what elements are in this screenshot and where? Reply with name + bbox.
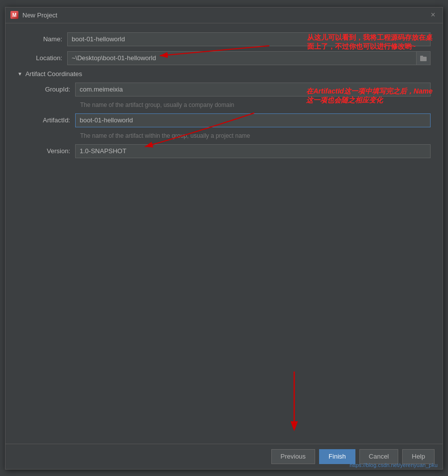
name-label: Name: [17, 35, 67, 43]
dialog-title: New Project [22, 11, 57, 19]
groupid-hint: The name of the artifact group, usually … [80, 101, 431, 108]
location-input-group [67, 51, 431, 65]
browse-button[interactable] [417, 51, 431, 65]
svg-rect-1 [420, 56, 423, 57]
name-input[interactable] [67, 32, 431, 46]
title-bar: M New Project × [5, 7, 443, 23]
title-bar-left: M New Project [10, 11, 57, 19]
artifactid-input[interactable] [75, 113, 431, 127]
version-row: Version: [25, 144, 431, 158]
svg-rect-0 [420, 57, 427, 61]
artifactid-row: ArtifactId: [25, 113, 431, 127]
location-label: Location: [17, 54, 67, 62]
section-toggle-icon[interactable]: ▼ [17, 71, 22, 77]
groupid-input[interactable] [75, 83, 431, 96]
location-row: Location: [17, 51, 431, 65]
name-row: Name: [17, 32, 431, 46]
dialog-footer: Previous Finish Cancel Help https://blog… [5, 444, 443, 469]
close-button[interactable]: × [429, 10, 438, 19]
artifact-fields: GroupId: The name of the artifact group,… [25, 83, 431, 158]
version-input[interactable] [75, 144, 431, 158]
new-project-dialog: M New Project × Name: Location: [5, 7, 443, 470]
artifactid-label: ArtifactId: [25, 116, 75, 124]
folder-icon [420, 55, 427, 61]
previous-button[interactable]: Previous [271, 449, 316, 464]
artifact-section-header: ▼ Artifact Coordinates [17, 70, 431, 78]
location-input[interactable] [67, 51, 417, 65]
app-icon: M [10, 11, 18, 19]
artifact-section-title: Artifact Coordinates [25, 70, 82, 78]
footer-link: https://blog.csdn.net/yerenyuan_pku [349, 462, 438, 468]
version-label: Version: [25, 147, 75, 155]
artifactid-hint: The name of the artifact within the grou… [80, 132, 431, 139]
groupid-row: GroupId: [25, 83, 431, 96]
groupid-label: GroupId: [25, 86, 75, 93]
dialog-content: Name: Location: ▼ Artifact Coordinates [5, 23, 443, 444]
